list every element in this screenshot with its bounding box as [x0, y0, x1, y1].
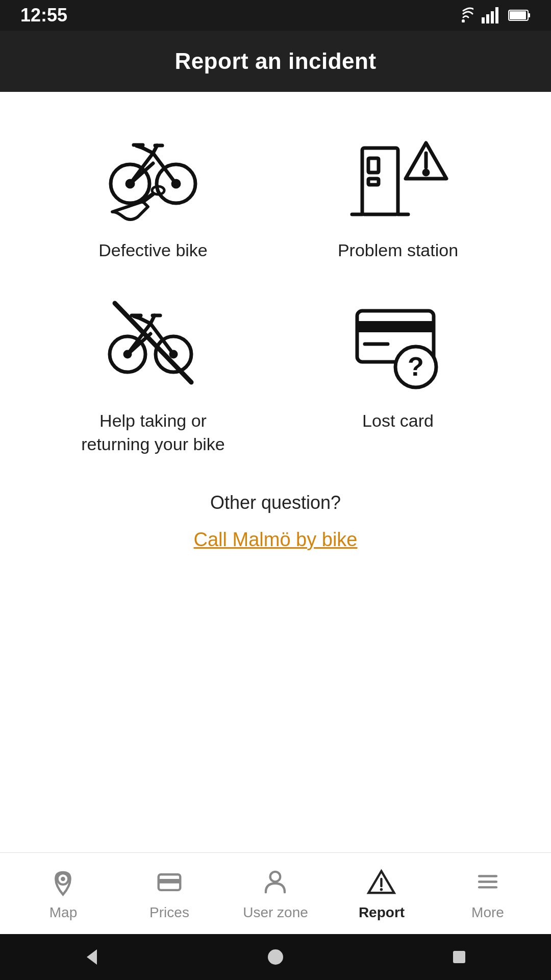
main-content: Defective bike Problem station: [0, 92, 551, 852]
incident-grid: Defective bike Problem station: [46, 122, 505, 456]
nav-map-label: Map: [49, 904, 77, 921]
incident-item-lost-card[interactable]: ? Lost card: [291, 293, 505, 456]
battery-icon: [508, 9, 531, 22]
svg-rect-62: [453, 951, 465, 963]
svg-text:?: ?: [408, 352, 424, 381]
nav-item-user-zone[interactable]: User zone: [222, 867, 329, 921]
svg-marker-60: [87, 949, 97, 965]
other-question-section: Other question? Call Malmö by bike: [194, 492, 358, 551]
nav-item-prices[interactable]: Prices: [116, 867, 222, 921]
svg-rect-23: [368, 158, 379, 173]
defective-bike-label: Defective bike: [98, 239, 208, 262]
svg-point-29: [424, 170, 428, 175]
home-button[interactable]: [260, 942, 291, 972]
nav-user-zone-label: User zone: [243, 904, 308, 921]
svg-point-49: [61, 876, 65, 881]
nav-item-report[interactable]: Report: [329, 867, 435, 921]
status-time: 12:55: [20, 5, 67, 26]
call-link[interactable]: Call Malmö by bike: [194, 529, 358, 551]
svg-rect-3: [491, 11, 494, 23]
svg-point-0: [462, 19, 465, 22]
svg-rect-1: [482, 17, 485, 23]
recents-button[interactable]: [444, 942, 474, 972]
svg-rect-51: [159, 879, 181, 884]
svg-rect-4: [495, 7, 498, 23]
svg-rect-6: [510, 11, 526, 19]
station-warning-icon: [347, 122, 449, 225]
android-nav: [0, 934, 551, 980]
status-icons: [453, 7, 531, 23]
bottom-nav: Map Prices User zone: [0, 852, 551, 934]
bike-wrench-icon: [102, 122, 204, 225]
status-bar: 12:55: [0, 0, 551, 31]
app-header: Report an incident: [0, 31, 551, 92]
signal-icon: [482, 7, 500, 23]
svg-rect-24: [368, 179, 379, 185]
svg-rect-2: [486, 14, 489, 23]
bike-no-icon: [102, 293, 204, 395]
hamburger-icon: [472, 867, 503, 899]
person-icon: [260, 867, 291, 899]
other-question-text: Other question?: [210, 492, 341, 513]
svg-point-56: [380, 888, 383, 891]
lost-card-label: Lost card: [362, 409, 434, 433]
svg-rect-7: [528, 13, 530, 17]
help-bike-label: Help taking orreturning your bike: [81, 409, 225, 456]
nav-prices-label: Prices: [149, 904, 189, 921]
problem-station-label: Problem station: [338, 239, 458, 262]
card-icon: [154, 867, 185, 899]
back-button[interactable]: [77, 942, 107, 972]
map-pin-icon: [48, 867, 79, 899]
svg-point-61: [268, 949, 283, 965]
wifi-icon: [453, 7, 473, 23]
nav-item-more[interactable]: More: [435, 867, 541, 921]
nav-more-label: More: [471, 904, 504, 921]
svg-rect-44: [357, 321, 434, 332]
nav-item-map[interactable]: Map: [10, 867, 116, 921]
card-question-icon: ?: [347, 293, 449, 395]
incident-item-help-bike[interactable]: Help taking orreturning your bike: [46, 293, 260, 456]
warning-triangle-icon: [366, 867, 397, 899]
page-title: Report an incident: [174, 48, 376, 74]
nav-report-label: Report: [359, 904, 405, 921]
incident-item-defective-bike[interactable]: Defective bike: [46, 122, 260, 262]
incident-item-problem-station[interactable]: Problem station: [291, 122, 505, 262]
svg-point-53: [270, 871, 281, 881]
